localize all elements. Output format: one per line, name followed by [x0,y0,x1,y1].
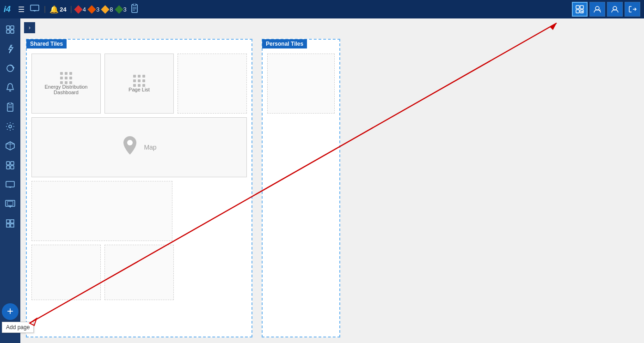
tile-empty-3[interactable] [31,245,101,300]
sidebar-item-grid-bottom[interactable] [1,214,19,233]
sidebar-item-circular[interactable] [1,59,19,78]
tile-map-label: Map [144,144,156,151]
menu-icon[interactable]: ☰ [18,5,25,14]
nav-sep-1: | [44,5,46,13]
svg-point-45 [127,140,133,145]
svg-rect-38 [7,201,13,205]
sidebar-item-energy[interactable] [1,40,19,58]
main-content: › Shared Tiles Energy DistributionDashbo… [20,18,644,343]
logout-button[interactable] [625,2,640,17]
sidebar-item-clipboard[interactable] [1,98,19,116]
svg-rect-0 [31,5,39,11]
monitor-nav-icon[interactable] [30,5,39,14]
tile-map[interactable]: Map [31,117,247,177]
diamond-yellow-icon [101,5,110,13]
add-page-label: Add page [6,324,30,331]
sidebar-item-settings[interactable] [1,117,19,136]
clipboard-nav-icon[interactable] [131,4,138,15]
dot-grid-icon [60,72,72,84]
sidebar: + Add page [0,18,20,343]
diamond-orange-icon [87,5,96,13]
nav-sep-2: | [70,5,72,13]
tile-empty-spacer [178,245,247,300]
tiles-area: Shared Tiles Energy DistributionDashboar… [26,39,638,337]
alert-red[interactable]: 4 [75,6,86,13]
sidebar-item-grid-top[interactable] [1,20,19,39]
sidebar-item-monitor[interactable] [1,175,19,194]
alert-yellow[interactable]: 8 [102,6,113,13]
svg-rect-30 [6,162,10,165]
diamond-red-icon [74,5,82,13]
bell-icon: 🔔 [49,5,59,14]
bell-count: 24 [60,6,66,13]
brand-logo[interactable]: i4 [4,5,11,14]
personal-tiles-label: Personal Tiles [262,39,307,48]
personal-tile-1[interactable] [267,54,335,114]
alert-orange[interactable]: 3 [89,6,99,13]
user-dropdown-button[interactable] [589,2,605,17]
sidebar-item-bell[interactable] [1,78,19,97]
svg-rect-41 [6,220,10,223]
profile-button[interactable] [607,2,623,17]
dot-grid-icon-2 [133,75,145,87]
tile-empty-2[interactable] [31,181,172,241]
svg-rect-24 [9,102,12,104]
alert-green[interactable]: 3 [116,6,127,13]
svg-rect-31 [11,162,14,165]
svg-rect-20 [11,30,14,33]
svg-point-27 [9,125,12,128]
sidebar-item-dashboard[interactable] [1,156,19,175]
personal-tiles-section: Personal Tiles [262,39,340,337]
tile-empty-4[interactable] [104,245,174,300]
alert-green-count: 3 [123,6,127,13]
svg-rect-8 [576,6,579,9]
diamond-green-icon [115,5,123,13]
svg-rect-19 [6,30,10,33]
map-pin-icon [122,135,138,160]
tile-page-list-label: Page List [129,87,150,92]
alert-red-count: 4 [83,6,86,13]
svg-rect-33 [11,166,14,169]
sidebar-item-packages[interactable] [1,137,19,155]
navbar-right-group [572,2,640,17]
svg-rect-10 [576,10,579,13]
tile-energy-dashboard-label: Energy DistributionDashboard [45,84,88,95]
add-page-tooltip: Add page [2,322,34,333]
shared-tiles-section: Shared Tiles Energy DistributionDashboar… [26,39,252,337]
tile-page-list[interactable]: Page List [104,54,174,114]
alert-yellow-count: 8 [110,6,113,13]
svg-rect-44 [11,224,14,227]
svg-marker-47 [550,23,557,30]
bell-alert-btn[interactable]: 🔔 24 [49,5,66,14]
svg-rect-9 [580,6,583,9]
svg-rect-43 [6,224,10,227]
tile-empty-1[interactable] [178,54,247,114]
shared-tiles-label: Shared Tiles [26,39,67,48]
svg-rect-42 [11,220,14,223]
add-page-button[interactable]: + Add page [2,303,18,320]
svg-rect-17 [6,26,10,29]
svg-rect-4 [133,4,136,6]
navbar: i4 ☰ | 🔔 24 | 4 3 8 3 [0,0,644,18]
svg-rect-18 [11,26,14,29]
svg-rect-34 [6,181,14,187]
expand-sidebar-button[interactable]: › [24,22,35,33]
tile-energy-dashboard[interactable]: Energy DistributionDashboard [31,54,101,114]
svg-rect-32 [6,166,10,169]
alert-orange-count: 3 [96,6,99,13]
sidebar-item-display[interactable] [1,195,19,213]
add-tile-button[interactable] [572,2,588,17]
